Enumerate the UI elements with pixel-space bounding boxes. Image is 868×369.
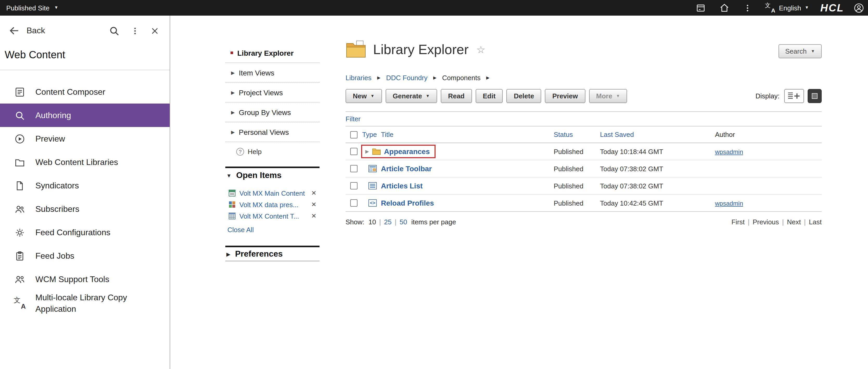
breadcrumb-current: Components [442,74,480,82]
read-button[interactable]: Read [441,89,472,103]
card-view-toggle-icon[interactable] [808,89,822,103]
wcm-authoring-app: Published Site ▼ 文A English ▼ HCL [0,0,868,369]
item-title-link[interactable]: Article Toolbar [381,164,432,173]
more-button[interactable]: More ▼ [589,89,627,103]
button-label: Edit [483,92,496,100]
gear-icon [13,226,26,239]
button-label: Preview [552,92,578,100]
column-header-type[interactable]: Type [361,131,381,139]
library-folder-icon [345,40,366,59]
sidebar-title: Web Content [5,49,169,61]
row-checkbox[interactable] [350,165,358,172]
delete-button[interactable]: Delete [506,89,541,103]
item-title-link[interactable]: Reload Profiles [381,199,434,207]
last-page-link[interactable]: Last [809,218,822,226]
view-item-views[interactable]: ▶ Item Views [225,63,319,82]
filter-link[interactable]: Filter [345,115,361,123]
site-manager-icon[interactable] [695,2,707,14]
close-icon[interactable] [150,26,159,35]
expand-arrow-icon[interactable]: ▶ [365,149,369,154]
chevron-down-icon: ▼ [54,6,58,10]
sidebar-item-subscribers[interactable]: Subscribers [0,197,169,221]
view-project-views[interactable]: ▶ Project Views [225,83,319,102]
close-icon[interactable]: ✕ [311,201,319,208]
view-label: Library Explorer [237,49,293,57]
open-item: Volt MX Content T... ✕ [225,210,319,222]
help-link[interactable]: ? Help [225,142,319,161]
open-item-link[interactable]: Volt MX Content T... [239,212,299,220]
more-vertical-icon[interactable] [131,26,140,35]
home-icon[interactable] [718,2,731,14]
item-title-link[interactable]: Appearances [384,147,430,156]
sidebar-item-web-content-libraries[interactable]: Web Content Libraries [0,150,169,174]
people-icon [13,203,26,215]
view-group-by-views[interactable]: ▶ Group By Views [225,102,319,122]
back-label: Back [27,26,45,35]
breadcrumb-link[interactable]: DDC Foundry [386,74,428,82]
close-all-link[interactable]: Close All [227,226,254,234]
first-page-link[interactable]: First [732,218,745,226]
row-checkbox[interactable] [350,199,358,207]
profile-icon[interactable] [852,2,865,14]
favorite-star-icon[interactable]: ☆ [476,43,485,55]
generate-button[interactable]: Generate ▼ [385,89,437,103]
view-personal-views[interactable]: ▶ Personal Views [225,122,319,142]
list-view-toggle-icon[interactable] [784,89,804,103]
sidebar-item-preview[interactable]: Preview [0,127,169,150]
close-icon[interactable]: ✕ [311,212,319,220]
sidebar-item-syndicators[interactable]: Syndicators [0,174,169,197]
translate-icon: 文A [13,297,26,309]
item-title-link[interactable]: Articles List [381,182,423,190]
language-label: English [779,4,801,12]
page-size-50[interactable]: 50 [400,218,407,226]
show-label: Show: [345,218,364,226]
preview-button[interactable]: Preview [545,89,585,103]
breadcrumb-link[interactable]: Libraries [345,74,372,82]
previous-page-link[interactable]: Previous [753,218,779,226]
page-size-10[interactable]: 10 [368,218,376,226]
chevron-down-icon: ▼ [426,94,430,98]
list-icon [368,182,377,189]
sidebar-item-feed-configurations[interactable]: Feed Configurations [0,221,169,244]
preferences-header[interactable]: ▶ Preferences [225,247,319,261]
more-vertical-icon[interactable] [742,2,754,14]
page-size-25[interactable]: 25 [384,218,392,226]
sidebar-item-wcm-support-tools[interactable]: WCM Support Tools [0,268,169,291]
search-button[interactable]: Search ▼ [778,44,822,58]
author-link[interactable]: wpsadmin [715,148,743,155]
column-header-title[interactable]: Title [381,131,554,139]
column-header-status[interactable]: Status [554,131,600,139]
sidebar-item-feed-jobs[interactable]: Feed Jobs [0,244,169,268]
sidebar-item-label: Content Composer [35,86,105,97]
search-icon[interactable] [109,25,120,36]
site-switcher[interactable]: Published Site ▼ [6,4,58,12]
chevron-right-icon: ▶ [231,129,235,134]
open-items-header[interactable]: ▼ Open Items [225,168,319,183]
translate-icon: 文A [765,3,775,13]
sidebar-item-multi-locale-library-copy[interactable]: 文A Multi-locale Library Copy Application [0,291,169,315]
open-item-link[interactable]: Volt MX data pres... [239,201,299,209]
selected-item-box: ▶ Appearances [361,145,436,158]
open-item-link[interactable]: Volt MX Main Content [239,189,305,197]
button-label: Generate [393,92,422,100]
new-button[interactable]: New ▼ [345,89,382,103]
chevron-right-icon: ▶ [231,70,235,75]
separator: | [745,218,753,226]
item-last-saved: Today 07:38:02 GMT [600,165,715,173]
table-icon [228,212,236,220]
view-library-explorer[interactable]: Library Explorer [225,43,319,62]
language-selector[interactable]: 文A English ▼ [765,3,809,13]
column-header-last-saved[interactable]: Last Saved [600,131,715,139]
back-button[interactable]: Back [8,25,45,36]
edit-button[interactable]: Edit [476,89,503,103]
next-page-link[interactable]: Next [787,218,801,226]
row-checkbox[interactable] [350,182,358,189]
row-checkbox[interactable] [350,148,358,155]
close-icon[interactable]: ✕ [311,189,319,197]
author-link[interactable]: wpsadmin [715,199,743,207]
help-label: Help [248,148,262,156]
chevron-right-icon: ▶ [231,110,235,115]
sidebar-item-authoring[interactable]: Authoring [0,103,169,127]
sidebar-item-content-composer[interactable]: Content Composer [0,80,169,103]
select-all-checkbox[interactable] [350,131,358,138]
